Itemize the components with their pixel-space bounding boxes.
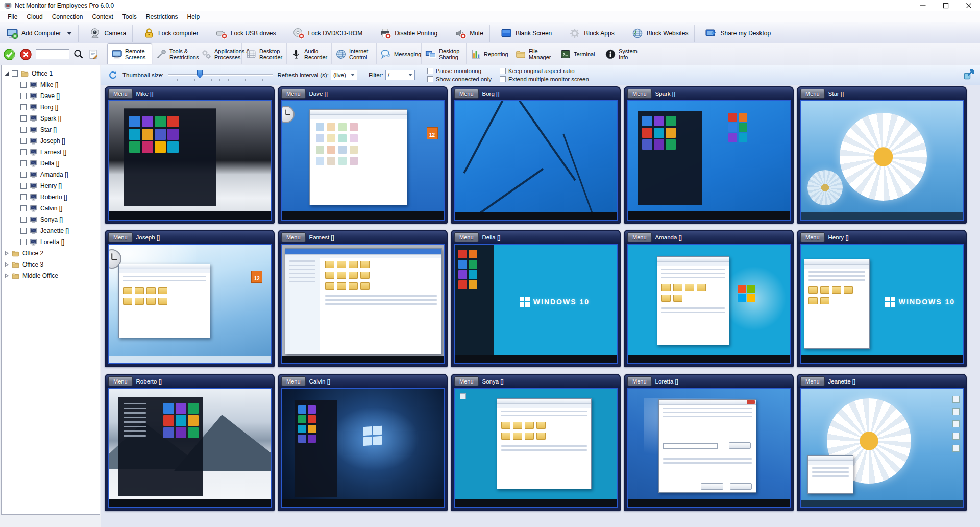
toolbar-button-lock-dvd-cd-rom[interactable]: Lock DVD/CD-ROM [288,25,369,42]
tree-checkbox[interactable] [20,228,27,234]
tile-menu-button[interactable]: Menu [454,89,479,99]
toolbar-button-camera[interactable]: Camera [85,25,133,42]
tree-checkbox[interactable] [20,160,27,166]
tab-tools-restrictions[interactable]: Tools &Restrictions [152,43,197,64]
disconnect-button[interactable] [19,48,32,61]
tile-menu-button[interactable]: Menu [627,376,652,386]
toolbar-button-block-websites[interactable]: Block Websites [627,25,695,42]
expand-icon[interactable] [963,68,975,81]
tree-item-roberto[interactable]: Roberto [] [2,191,100,203]
tree-item-star[interactable]: Star [] [2,124,100,135]
tree-checkbox[interactable] [20,217,27,223]
toolbar-button-mute[interactable]: Mute [450,25,490,42]
remote-desktop-thumbnail[interactable] [108,100,272,221]
tile-menu-button[interactable]: Menu [108,89,133,99]
tree-item-henry[interactable]: Henry [] [2,180,100,191]
menu-item-connection[interactable]: Connection [47,12,88,21]
tree-checkbox[interactable] [20,115,27,122]
tile-menu-button[interactable]: Menu [281,89,306,99]
tab-messaging[interactable]: Messaging [377,43,422,64]
tab-applications-processes[interactable]: Applications &Processes [197,43,242,64]
tree-item-della[interactable]: Della [] [2,158,100,169]
connect-button[interactable] [3,48,16,61]
tree-checkbox[interactable] [12,70,18,77]
checkbox-pause-monitoring[interactable]: Pause monitoring [427,68,492,74]
toolbar-button-lock-usb-drives[interactable]: Lock USB drives [211,25,283,42]
tile-menu-button[interactable]: Menu [627,232,652,242]
tile-menu-button[interactable]: Menu [108,232,133,242]
tile-menu-button[interactable]: Menu [108,376,133,386]
menu-item-context[interactable]: Context [87,12,117,21]
close-button[interactable] [957,0,980,11]
refresh-icon[interactable] [107,69,118,81]
slider-handle[interactable] [197,70,203,79]
tile-menu-button[interactable]: Menu [627,89,652,99]
tree-item-calvin[interactable]: Calvin [] [2,203,100,214]
tab-remote-screens[interactable]: RemoteScreens [107,43,152,64]
tree-checkbox[interactable] [20,127,27,133]
checkbox-keep-original-aspect-ratio[interactable]: Keep original aspect ratio [500,68,589,74]
tree-checkbox[interactable] [20,183,27,189]
remote-desktop-thumbnail[interactable] [454,100,618,221]
tree-checkbox[interactable] [20,239,27,245]
tab-internet-control[interactable]: InternetControl [332,43,377,64]
remote-desktop-thumbnail[interactable] [454,388,618,508]
remote-desktop-thumbnail[interactable] [281,244,445,364]
tile-menu-button[interactable]: Menu [800,89,825,99]
tree-checkbox[interactable] [20,194,27,200]
refresh-interval-select[interactable]: (live) [331,70,357,80]
tree-checkbox[interactable] [20,172,27,178]
tree-collapsed-icon[interactable] [5,251,9,256]
tree-item-borg[interactable]: Borg [] [2,102,100,113]
tree-item-dave[interactable]: Dave [] [2,90,100,102]
tree-item-loretta[interactable]: Loretta [] [2,236,100,248]
tab-file-manager[interactable]: FileManager [511,43,556,64]
minimize-button[interactable] [911,0,934,11]
thumbnail-size-slider[interactable] [168,69,273,81]
tree-checkbox[interactable] [20,93,27,99]
toolbar-button-blank-screen[interactable]: Blank Screen [496,25,558,42]
tile-menu-button[interactable]: Menu [281,232,306,242]
tree-item-office-2[interactable]: Office 2 [2,248,100,259]
remote-desktop-thumbnail[interactable] [627,100,791,221]
tab-system-info[interactable]: SystemInfo [601,43,646,64]
menu-item-restrictions[interactable]: Restrictions [141,12,183,21]
tree-item-mike[interactable]: Mike [] [2,79,100,90]
remote-desktop-thumbnail[interactable]: WINDOWS 10 [454,244,618,364]
remote-desktop-thumbnail[interactable] [108,388,272,508]
checkbox-box[interactable] [427,76,433,82]
tree-checkbox[interactable] [20,205,27,211]
tile-menu-button[interactable]: Menu [281,376,306,386]
tile-menu-button[interactable]: Menu [454,376,479,386]
remote-desktop-thumbnail[interactable]: WINDOWS 10 [800,244,964,364]
toolbar-button-lock-computer[interactable]: Lock computer [139,25,205,42]
tab-audio-recorder[interactable]: AudioRecorder [287,43,332,64]
maximize-button[interactable] [934,0,957,11]
tree-item-jeanette[interactable]: Jeanette [] [2,225,100,236]
checkbox-box[interactable] [500,76,506,82]
remote-desktop-thumbnail[interactable] [627,388,791,508]
toolbar-button-share-my-desktop[interactable]: Share my Desktop [701,25,777,42]
filter-combo[interactable]: / [385,70,415,80]
checkbox-show-connected-only[interactable]: Show connected only [427,76,492,82]
tree-item-earnest[interactable]: Earnest [] [2,147,100,158]
tab-terminal[interactable]: Terminal [556,43,601,64]
remote-desktop-thumbnail[interactable] [800,388,964,508]
tree-item-office-1[interactable]: Office 1 [2,68,100,79]
tree-checkbox[interactable] [20,82,27,88]
tab-desktop-recorder[interactable]: DesktopRecorder [242,43,287,64]
tile-menu-button[interactable]: Menu [800,376,825,386]
tree-collapsed-icon[interactable] [5,262,9,267]
tile-menu-button[interactable]: Menu [800,232,825,242]
tab-desktop-sharing[interactable]: DesktopSharing [422,43,467,64]
checkbox-box[interactable] [500,68,506,74]
tab-reporting[interactable]: Reporting [467,43,511,64]
tree-expanded-icon[interactable] [5,71,9,76]
tree-item-spark[interactable]: Spark [] [2,113,100,124]
log-report-icon[interactable] [88,49,99,60]
remote-desktop-thumbnail[interactable] [627,244,791,364]
toolbar-button-add-computer[interactable]: Add Computer [2,25,79,42]
menu-item-file[interactable]: File [3,12,22,21]
tree-item-amanda[interactable]: Amanda [] [2,169,100,180]
remote-desktop-thumbnail[interactable] [800,100,964,221]
